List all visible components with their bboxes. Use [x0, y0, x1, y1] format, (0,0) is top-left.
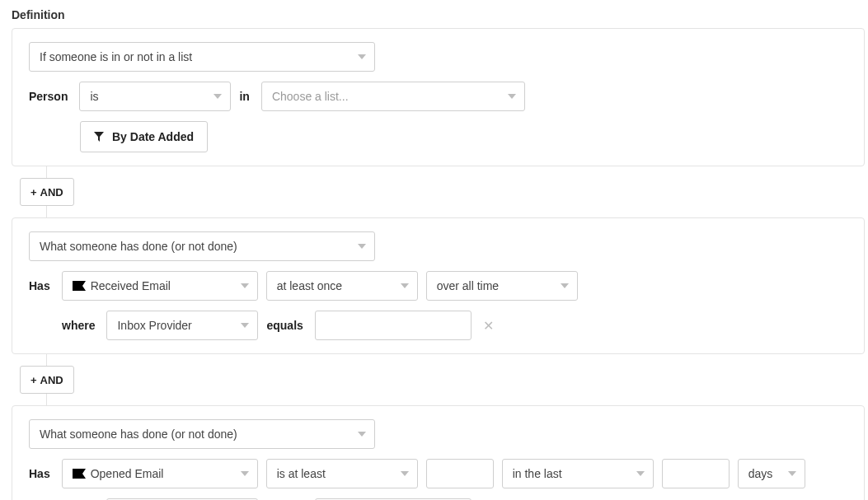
chevron-down-icon	[213, 94, 222, 99]
condition-block-1: If someone is in or not in a list Person…	[12, 28, 865, 166]
connector-line	[46, 206, 47, 217]
chevron-down-icon	[241, 323, 249, 328]
time-value-input[interactable]	[662, 459, 730, 488]
svg-marker-10	[358, 432, 366, 437]
chevron-down-icon	[561, 283, 569, 288]
property-value: Inbox Provider	[117, 319, 191, 332]
remove-filter-icon[interactable]: ✕	[480, 318, 497, 334]
condition-type-label: What someone has done (or not done)	[40, 428, 237, 441]
svg-marker-0	[358, 54, 366, 59]
svg-marker-2	[508, 94, 516, 99]
svg-marker-7	[401, 283, 409, 288]
metric-value: Opened Email	[91, 467, 164, 480]
equals-label: equals	[266, 319, 303, 332]
timeframe-value: in the last	[513, 467, 562, 480]
timeframe-value: over all time	[437, 279, 499, 292]
svg-marker-8	[561, 283, 569, 288]
flag-icon	[73, 469, 86, 479]
svg-marker-15	[788, 471, 796, 476]
and-button[interactable]: + AND	[20, 366, 74, 394]
chevron-down-icon	[401, 471, 409, 476]
svg-marker-3	[94, 132, 104, 142]
svg-marker-13	[401, 471, 409, 476]
chevron-down-icon	[358, 54, 366, 59]
svg-marker-5	[73, 281, 86, 291]
filter-button-label: By Date Added	[112, 130, 194, 143]
section-title: Definition	[8, 8, 868, 21]
filter-icon	[94, 132, 104, 142]
person-label: Person	[29, 90, 68, 103]
chevron-down-icon	[358, 432, 366, 437]
metric-value: Received Email	[91, 279, 171, 292]
condition-type-select[interactable]: If someone is in or not in a list	[29, 42, 375, 72]
person-operator-select[interactable]: is	[79, 82, 231, 111]
condition-type-select[interactable]: What someone has done (or not done)	[29, 231, 375, 261]
svg-marker-12	[241, 471, 249, 476]
frequency-select[interactable]: is at least	[266, 459, 418, 488]
flag-icon	[73, 281, 86, 291]
svg-marker-9	[241, 323, 249, 328]
time-unit-value: days	[748, 467, 773, 480]
condition-type-label: If someone is in or not in a list	[40, 50, 192, 63]
condition-type-label: What someone has done (or not done)	[40, 240, 237, 253]
timeframe-select[interactable]: over all time	[426, 271, 578, 301]
in-label: in	[239, 90, 249, 103]
by-date-added-button[interactable]: By Date Added	[80, 121, 208, 152]
and-label: AND	[40, 374, 63, 386]
frequency-value: is at least	[277, 467, 326, 480]
condition-block-2: What someone has done (or not done) Has …	[12, 217, 865, 354]
value-input[interactable]	[315, 311, 472, 340]
svg-marker-11	[73, 469, 86, 479]
chevron-down-icon	[241, 471, 249, 476]
and-button[interactable]: + AND	[20, 178, 74, 206]
plus-icon: +	[30, 186, 37, 199]
condition-type-select[interactable]: What someone has done (or not done)	[29, 419, 375, 449]
chevron-down-icon	[508, 94, 516, 99]
connector-line	[46, 354, 47, 366]
connector-1: + AND	[12, 166, 868, 217]
chevron-down-icon	[241, 283, 249, 288]
time-unit-select[interactable]: days	[738, 459, 805, 488]
and-label: AND	[40, 186, 63, 199]
timeframe-select[interactable]: in the last	[502, 459, 654, 488]
connector-2: + AND	[12, 354, 868, 405]
property-select[interactable]: Inbox Provider	[106, 311, 258, 340]
svg-marker-6	[241, 283, 249, 288]
has-label: Has	[29, 279, 50, 292]
list-select[interactable]: Choose a list...	[261, 82, 525, 111]
connector-line	[46, 166, 47, 178]
chevron-down-icon	[636, 471, 645, 476]
condition-block-3: What someone has done (or not done) Has …	[12, 405, 865, 500]
count-input[interactable]	[426, 459, 494, 488]
list-placeholder: Choose a list...	[272, 90, 349, 103]
chevron-down-icon	[358, 244, 366, 249]
chevron-down-icon	[788, 471, 796, 476]
plus-icon: +	[30, 374, 37, 386]
svg-marker-4	[358, 244, 366, 249]
svg-marker-14	[636, 471, 645, 476]
metric-select[interactable]: Opened Email	[62, 459, 258, 488]
connector-line	[46, 394, 47, 405]
person-operator-value: is	[90, 90, 98, 103]
where-label: where	[62, 319, 95, 332]
metric-select[interactable]: Received Email	[62, 271, 258, 301]
svg-marker-1	[213, 94, 222, 99]
frequency-value: at least once	[277, 279, 342, 292]
has-label: Has	[29, 467, 50, 480]
frequency-select[interactable]: at least once	[266, 271, 418, 301]
chevron-down-icon	[401, 283, 409, 288]
